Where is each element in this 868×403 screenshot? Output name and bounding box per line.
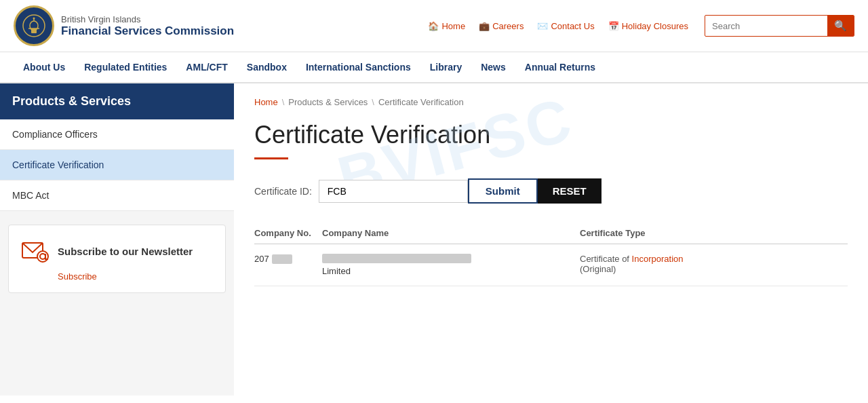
breadcrumb-sep1: \ xyxy=(282,97,285,107)
subscribe-top: Subscribe to our Newsletter xyxy=(20,236,214,266)
cert-id-input[interactable] xyxy=(319,180,468,203)
nav-news[interactable]: News xyxy=(471,52,515,82)
top-nav: 🏠 Home 💼 Careers ✉️ Contact Us 📅 Holiday… xyxy=(428,21,688,31)
company-name-suffix: Limited xyxy=(322,266,351,276)
certificate-form: Certificate ID: Submit RESET xyxy=(254,178,848,204)
contact-link[interactable]: ✉️ Contact Us xyxy=(537,21,594,31)
careers-link[interactable]: 💼 Careers xyxy=(479,21,524,31)
nav-sanctions[interactable]: International Sanctions xyxy=(296,52,420,82)
sidebar-item-mbc[interactable]: MBC Act xyxy=(0,180,234,211)
briefcase-icon: 💼 xyxy=(479,21,490,31)
col-header-company-no: Company No. xyxy=(254,223,322,244)
envelope-icon: ✉️ xyxy=(537,21,548,31)
subscribe-link[interactable]: Subscribe xyxy=(58,271,214,282)
logo-text: British Virgin Islands Financial Service… xyxy=(61,14,234,38)
sidebar-title: Products & Services xyxy=(0,83,234,119)
table-row: 207 Limited Certificate of Incorporation… xyxy=(254,244,848,286)
search-icon: 🔍 xyxy=(834,20,847,31)
blurred-company-name-line1 xyxy=(322,254,471,263)
cert-type-suffix: (Original) xyxy=(580,264,616,274)
col-header-cert-type: Certificate Type xyxy=(580,223,848,244)
sidebar-item-compliance[interactable]: Compliance Officers xyxy=(0,119,234,150)
nav-aml[interactable]: AML/CFT xyxy=(176,52,237,82)
logo-line2: Financial Services Commission xyxy=(61,24,234,38)
svg-point-4 xyxy=(33,18,35,20)
cert-type-prefix: Certificate of xyxy=(580,254,632,264)
company-no-cell: 207 xyxy=(254,244,322,286)
breadcrumb-section: Products & Services xyxy=(288,97,368,107)
page-layout: Products & Services Compliance Officers … xyxy=(0,83,868,396)
cert-type-highlight: Incorporation xyxy=(632,254,684,264)
breadcrumb-current: Certificate Verification xyxy=(378,97,464,107)
sidebar: Products & Services Compliance Officers … xyxy=(0,83,234,396)
logo-icon xyxy=(14,5,54,46)
top-bar: British Virgin Islands Financial Service… xyxy=(0,0,868,52)
blurred-company-no xyxy=(272,254,292,264)
content-inner: BVIFSC Certificate Verification Certific… xyxy=(254,121,848,286)
main-content: Home \ Products & Services \ Certificate… xyxy=(234,83,868,396)
company-name-cell: Limited xyxy=(322,244,580,286)
holiday-link[interactable]: 📅 Holiday Closures xyxy=(608,21,688,31)
svg-point-7 xyxy=(37,251,48,262)
sidebar-item-certificate[interactable]: Certificate Verification xyxy=(0,150,234,180)
home-icon: 🏠 xyxy=(428,21,439,31)
subscribe-title: Subscribe to our Newsletter xyxy=(58,246,193,257)
breadcrumb-home[interactable]: Home xyxy=(254,97,278,107)
title-underline xyxy=(254,157,288,159)
search-input[interactable] xyxy=(705,17,827,35)
nav-library[interactable]: Library xyxy=(420,52,471,82)
search-button[interactable]: 🔍 xyxy=(827,16,854,36)
nav-returns[interactable]: Annual Returns xyxy=(515,52,605,82)
col-header-company-name: Company Name xyxy=(322,223,580,244)
logo-line1: British Virgin Islands xyxy=(61,14,234,24)
newsletter-icon xyxy=(20,236,50,266)
subscribe-box: Subscribe to our Newsletter Subscribe xyxy=(8,225,226,293)
breadcrumb-sep2: \ xyxy=(372,97,374,107)
nav-about[interactable]: About Us xyxy=(14,52,75,82)
nav-sandbox[interactable]: Sandbox xyxy=(237,52,296,82)
cert-type-cell: Certificate of Incorporation (Original) xyxy=(580,244,848,286)
company-no-value: 207 xyxy=(254,254,314,264)
submit-button[interactable]: Submit xyxy=(468,178,538,204)
calendar-icon: 📅 xyxy=(608,21,619,31)
home-link[interactable]: 🏠 Home xyxy=(428,21,465,31)
nav-regulated[interactable]: Regulated Entities xyxy=(75,52,176,82)
logo-area: British Virgin Islands Financial Service… xyxy=(14,5,234,46)
cert-id-label: Certificate ID: xyxy=(254,186,312,197)
page-title: Certificate Verification xyxy=(254,121,848,149)
results-table: Company No. Company Name Certificate Typ… xyxy=(254,223,848,286)
breadcrumb: Home \ Products & Services \ Certificate… xyxy=(254,97,848,107)
main-nav: About Us Regulated Entities AML/CFT Sand… xyxy=(0,52,868,83)
reset-button[interactable]: RESET xyxy=(538,178,601,204)
search-box: 🔍 xyxy=(705,15,854,37)
